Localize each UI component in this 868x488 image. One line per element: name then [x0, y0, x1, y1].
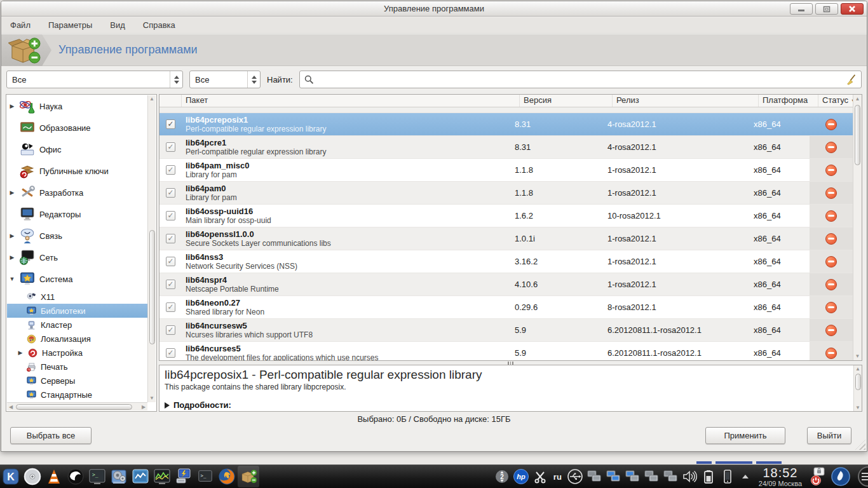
remote-access-icon[interactable] — [173, 466, 194, 487]
menu-file[interactable]: Файл — [10, 20, 31, 30]
sidebar-item-standard[interactable]: Стандартные — [7, 388, 147, 402]
column-package[interactable]: Пакет — [182, 95, 520, 107]
scrollbar-thumb[interactable] — [16, 404, 132, 410]
scroll-right-icon[interactable]: ▶ — [140, 403, 147, 410]
sidebar-item-libraries[interactable]: Библиотеки — [7, 304, 147, 318]
control-center-icon[interactable] — [108, 466, 130, 487]
network-icon-2[interactable] — [605, 468, 621, 485]
group-filter-dropdown[interactable]: Все — [6, 71, 183, 88]
table-row[interactable]: lib64neon0.27Shared library for Neon 0.2… — [159, 296, 853, 319]
keyboard-layout-indicator[interactable]: ru — [551, 472, 564, 482]
sidebar-item-public-keys[interactable]: Публичные ключи — [7, 160, 147, 182]
panel-edge-widget[interactable] — [858, 466, 868, 487]
tray-expander-icon[interactable] — [742, 475, 749, 478]
dark-browser-icon[interactable] — [65, 466, 86, 487]
table-row[interactable]: lib64pam_misc0Library for pam 1.1.8 1-ro… — [159, 159, 853, 182]
close-button[interactable] — [841, 3, 864, 15]
network-icon-5[interactable] — [662, 468, 679, 485]
row-checkbox[interactable] — [166, 211, 175, 220]
scrollbar-thumb[interactable] — [855, 105, 860, 165]
sidebar-item-system[interactable]: ▼ Система — [7, 268, 147, 290]
row-checkbox[interactable] — [166, 257, 175, 266]
rosa-logo-icon[interactable] — [830, 468, 851, 485]
select-all-button[interactable]: Выбрать все — [10, 427, 92, 444]
battery-icon[interactable] — [700, 468, 717, 485]
expander-collapsed-icon[interactable]: ▶ — [9, 103, 15, 109]
system-monitor-icon[interactable] — [130, 466, 151, 487]
firefox-icon[interactable] — [216, 466, 238, 487]
expander-collapsed-icon[interactable]: ▶ — [17, 349, 24, 356]
table-row[interactable]: lib64pcre1Perl-compatible regular expres… — [159, 136, 853, 159]
minimize-button[interactable] — [790, 3, 813, 15]
table-row-clipped[interactable] — [159, 107, 853, 113]
sidebar-item-configuration[interactable]: ▶ Настройка — [7, 346, 147, 360]
scrollbar-thumb[interactable] — [855, 374, 861, 390]
table-row[interactable]: lib64ncursesw5Ncurses libraries which su… — [159, 319, 853, 342]
sidebar-item-editors[interactable]: Редакторы — [7, 203, 147, 225]
expander-collapsed-icon[interactable]: ▶ — [9, 233, 15, 239]
table-row[interactable]: lib64nss3Network Security Services (NSS)… — [159, 250, 853, 273]
vlc-icon[interactable] — [43, 466, 65, 487]
column-platform[interactable]: Платформа — [759, 95, 818, 107]
network-icon-3[interactable] — [624, 468, 641, 485]
updates-icon[interactable]: 2 — [494, 468, 510, 485]
scroll-up-icon[interactable]: ▲ — [148, 95, 156, 103]
search-box[interactable] — [299, 71, 862, 88]
table-vertical-scrollbar[interactable]: ▲ ▼ — [853, 95, 862, 360]
titlebar[interactable]: Управление программами — [1, 1, 867, 17]
sidebar-horizontal-scrollbar[interactable]: ◀ ▶ — [7, 402, 147, 410]
lock-power-widget[interactable] — [808, 468, 827, 485]
row-checkbox[interactable] — [166, 302, 175, 312]
expander-expanded-icon[interactable]: ▼ — [9, 276, 15, 282]
sidebar-item-communication[interactable]: ▶ Связь — [7, 225, 147, 247]
apply-button[interactable]: Применить — [705, 427, 785, 444]
klipper-scissors-icon[interactable] — [532, 468, 548, 485]
package-manager-icon[interactable] — [238, 466, 259, 487]
volume-icon[interactable] — [681, 468, 698, 485]
scrollbar-thumb[interactable] — [149, 230, 155, 344]
scroll-up-icon[interactable]: ▲ — [853, 95, 862, 103]
scroll-down-icon[interactable]: ▼ — [853, 352, 862, 360]
table-row[interactable]: lib64nspr4Netscape Portable Runtime 4.10… — [159, 273, 853, 296]
sidebar-item-printing[interactable]: Печать — [7, 360, 147, 374]
usb-icon[interactable] — [567, 468, 583, 485]
network-icon-1[interactable] — [586, 468, 602, 485]
sidebar-item-servers[interactable]: Серверы — [7, 374, 147, 388]
table-row[interactable]: lib64pam0Library for pam 1.1.8 1-rosa201… — [159, 182, 853, 205]
sidebar-item-cluster[interactable]: Кластер — [7, 318, 147, 332]
hp-device-icon[interactable]: hp — [513, 468, 529, 485]
menu-options[interactable]: Параметры — [48, 20, 92, 30]
row-checkbox[interactable] — [166, 119, 175, 129]
table-row[interactable]: lib64pcreposix1Perl-compatible regular e… — [159, 113, 853, 136]
column-version[interactable]: Версия — [520, 95, 613, 107]
terminal2-icon[interactable]: >_ — [194, 466, 216, 487]
column-check[interactable] — [159, 95, 182, 107]
row-checkbox[interactable] — [166, 325, 175, 335]
sidebar-item-office[interactable]: Офис — [7, 139, 147, 160]
row-checkbox[interactable] — [166, 188, 175, 198]
network-icon-4[interactable] — [643, 468, 660, 485]
sidebar-item-development[interactable]: ▶ Разработка — [7, 182, 147, 203]
menu-view[interactable]: Вид — [110, 20, 125, 30]
details-expander[interactable]: Подробности: — [165, 400, 850, 410]
sidebar-item-education[interactable]: Образование — [7, 117, 147, 139]
scroll-left-icon[interactable]: ◀ — [7, 403, 15, 410]
disc-icon[interactable] — [22, 466, 43, 487]
row-checkbox[interactable] — [166, 348, 175, 358]
row-checkbox[interactable] — [166, 280, 175, 289]
row-checkbox[interactable] — [166, 142, 175, 152]
maximize-button[interactable] — [815, 3, 838, 15]
sidebar-item-localization[interactable]: Локализация — [7, 332, 147, 346]
dropdown-spinner-icon[interactable] — [247, 71, 260, 88]
phone-icon[interactable] — [719, 468, 736, 485]
sidebar-item-network[interactable]: ▶ Сеть — [7, 247, 147, 268]
quit-button[interactable]: Выйти — [807, 427, 851, 444]
scroll-down-icon[interactable]: ▼ — [854, 404, 862, 411]
table-row[interactable]: lib64ossp-uuid16Main library for ossp-uu… — [159, 205, 853, 227]
dropdown-spinner-icon[interactable] — [170, 71, 182, 88]
scroll-down-icon[interactable]: ▼ — [148, 395, 156, 402]
expander-collapsed-icon[interactable]: ▶ — [9, 189, 15, 196]
sidebar-item-science[interactable]: ▶ Наука — [7, 95, 147, 117]
row-checkbox[interactable] — [166, 165, 175, 175]
column-release[interactable]: Релиз — [613, 95, 759, 107]
